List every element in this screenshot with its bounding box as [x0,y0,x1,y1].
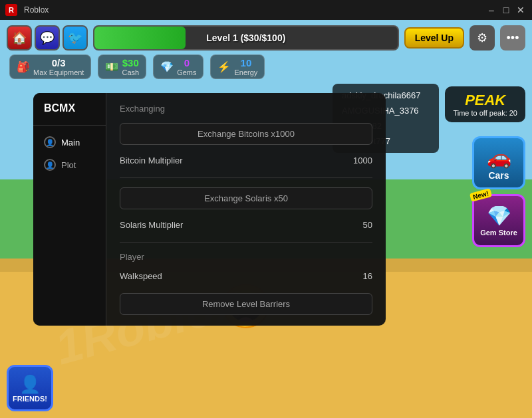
bcmx-sidebar: BCMX 👤 Main 👤 Plot [33,93,106,326]
new-badge: New! [469,188,492,202]
cash-icon: 💵 [105,60,118,73]
divider-1 [120,177,372,178]
bitcoin-multiplier-row: Bitcoin Multiplier 1000 [120,152,372,172]
solaris-exchange-button[interactable]: Exchange Solaris x50 [120,187,372,209]
settings-button[interactable]: ⚙ [469,25,495,51]
cash-label: Cash [122,68,139,76]
walkspeed-row: Walkspeed 16 [120,268,372,284]
window-title: Roblox [24,5,49,15]
bcmx-title: BCMX [33,102,106,126]
peak-subtitle: Time to off peak: 20 [453,109,517,117]
energy-stat: ⚡ 10 Energy [210,54,265,79]
gems-icon: 💎 [160,60,174,73]
settings-icon: ⚙ [477,31,487,45]
remove-barriers-button[interactable]: Remove Level Barriers [120,293,372,315]
home-icon: 🏠 [12,31,27,45]
bcmx-content: Exchanging Exchange Bitcoins x1000 Bitco… [106,93,386,326]
window-chrome: R Roblox – □ ✕ [0,0,532,20]
window-controls: – □ ✕ [485,4,527,16]
player-section-title: Player [120,252,372,262]
bcmx-panel: BCMX 👤 Main 👤 Plot Exchanging Exchange B… [33,93,386,326]
solaris-multiplier-label: Solaris Multiplier [120,220,183,230]
gem-store-button[interactable]: New! 💎 Gem Store [472,194,525,247]
bitcoin-multiplier-label: Bitcoin Multiplier [120,156,183,165]
twitter-icon-button[interactable]: 🐦 [63,25,88,51]
equipment-stat: 🎒 0/3 Max Equipment [9,54,91,79]
level-up-button[interactable]: Level Up [404,27,464,49]
solaris-multiplier-value: 50 [363,220,372,230]
window-icon: R [5,4,17,16]
cash-stat: 💵 $30 Cash [98,54,146,79]
close-button[interactable]: ✕ [515,4,527,16]
home-icon-button[interactable]: 🏠 [7,25,32,51]
cash-value: $30 [122,57,139,68]
bcmx-nav-plot[interactable]: 👤 Plot [33,154,106,176]
cars-button[interactable]: 🚗 Cars [472,136,525,189]
divider-2 [120,242,372,243]
more-button[interactable]: ••• [500,25,525,51]
minimize-button[interactable]: – [485,4,497,16]
energy-icon: ⚡ [217,60,231,73]
xp-bar-text: Level 1 ($30/$100) [206,33,285,43]
top-hud: 🏠 💬 🐦 Level 1 ($30/$100) Level Up ⚙ ••• [0,20,532,84]
game-area: 🏠 💬 🐦 Level 1 ($30/$100) Level Up ⚙ ••• [0,20,532,418]
car-icon: 🚗 [487,146,511,169]
bcmx-nav-plot-icon: 👤 [44,159,56,171]
hud-row2: 🎒 0/3 Max Equipment 💵 $30 Cash 💎 0 Gems [7,54,525,79]
solaris-multiplier-row: Solaris Multiplier 50 [120,216,372,237]
gem-store-label: Gem Store [480,229,517,237]
friends-label: FRIENDS! [13,395,47,403]
bitcoin-multiplier-value: 1000 [353,156,372,165]
gems-label: Gems [177,68,196,76]
exchanging-section-title: Exchanging [120,104,372,114]
hud-row1: 🏠 💬 🐦 Level 1 ($30/$100) Level Up ⚙ ••• [7,25,525,51]
peak-panel: PEAK Time to off peak: 20 [445,86,525,122]
equipment-label: Max Equipment [33,68,84,76]
gems-stat: 💎 0 Gems [153,54,203,79]
energy-label: Energy [234,68,257,76]
xp-bar-fill [94,27,186,49]
bcmx-nav-main[interactable]: 👤 Main [33,131,106,154]
equipment-value: 0/3 [33,57,84,68]
equipment-icon: 🎒 [17,60,30,73]
chat-icon-button[interactable]: 💬 [35,25,60,51]
twitter-icon: 🐦 [68,31,82,45]
bitcoin-exchange-button[interactable]: Exchange Bitcoins x1000 [120,123,372,145]
bcmx-nav-plot-label: Plot [61,160,76,170]
bcmx-nav-main-label: Main [61,138,80,148]
xp-bar-container: Level 1 ($30/$100) [93,25,399,51]
energy-value: 10 [234,57,257,68]
walkspeed-value: 16 [363,271,372,281]
chat-icon: 💬 [40,31,55,45]
cars-label: Cars [488,170,509,181]
hud-icons: 🏠 💬 🐦 [7,25,88,51]
maximize-button[interactable]: □ [500,4,512,16]
bcmx-nav-main-icon: 👤 [44,136,56,148]
friends-button[interactable]: 👤 FRIENDS! [7,365,53,411]
peak-title: PEAK [453,92,517,109]
walkspeed-label: Walkspeed [120,271,162,281]
more-icon: ••• [507,31,519,45]
gems-value: 0 [177,57,196,68]
gem-store-icon: 💎 [487,204,511,227]
friends-icon: 👤 [19,374,41,395]
